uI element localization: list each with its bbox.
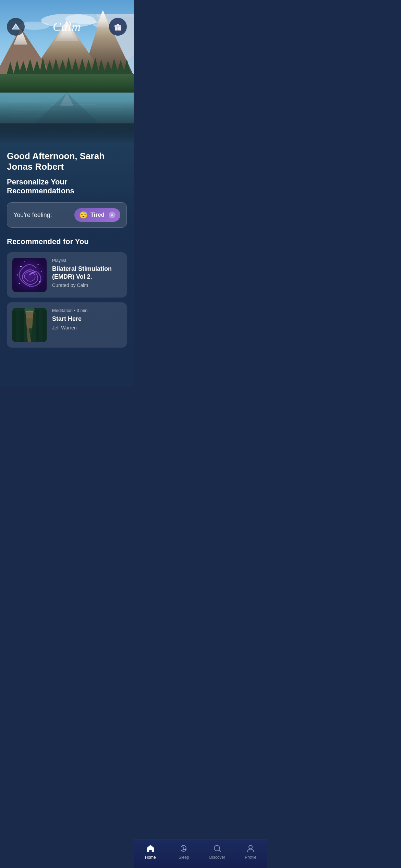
meditation-card[interactable]: Meditation • 3 min Start Here Jeff Warre… xyxy=(7,302,127,348)
greeting-text: Good Afternoon, Sarah Jonas Robert xyxy=(7,151,127,172)
feeling-close-button[interactable]: × xyxy=(109,212,116,218)
svg-point-56 xyxy=(33,263,33,263)
feeling-value: Tired xyxy=(90,212,105,218)
main-content: Good Afternoon, Sarah Jonas Robert Perso… xyxy=(0,144,134,387)
svg-point-54 xyxy=(39,281,40,282)
gift-button[interactable] xyxy=(109,18,127,36)
meditation-info: Meditation • 3 min Start Here Jeff Warre… xyxy=(52,308,121,330)
playlist-thumbnail xyxy=(12,258,47,292)
meditation-title: Start Here xyxy=(52,315,121,323)
playlist-card[interactable]: Playlist Bilateral Stimulation (EMDR) Vo… xyxy=(7,252,127,298)
svg-point-50 xyxy=(117,24,119,26)
meditation-type: Meditation • 3 min xyxy=(52,308,121,313)
app-header: Calm xyxy=(0,0,134,36)
svg-point-60 xyxy=(24,261,25,262)
hero-section: Calm xyxy=(0,0,134,144)
svg-point-53 xyxy=(38,264,39,265)
playlist-title: Bilateral Stimulation (EMDR) Vol 2. xyxy=(52,265,121,280)
svg-point-55 xyxy=(19,283,20,284)
svg-point-59 xyxy=(29,287,30,287)
feeling-label: You're feeling: xyxy=(13,212,52,219)
meditation-subtitle: Jeff Warren xyxy=(52,325,121,330)
meditation-thumbnail xyxy=(12,308,47,342)
playlist-subtitle: Curated by Calm xyxy=(52,282,121,288)
feeling-emoji: 😴 xyxy=(79,211,88,219)
feeling-pill: 😴 Tired × xyxy=(74,208,120,222)
svg-point-52 xyxy=(20,266,22,267)
feeling-selector[interactable]: You're feeling: 😴 Tired × xyxy=(7,202,127,228)
svg-rect-74 xyxy=(12,308,47,342)
playlist-type: Playlist xyxy=(52,258,121,263)
svg-point-57 xyxy=(41,271,42,272)
playlist-info: Playlist Bilateral Stimulation (EMDR) Vo… xyxy=(52,258,121,288)
personalize-title: Personalize Your Recommendations xyxy=(7,178,127,195)
recommended-title: Recommended for You xyxy=(7,237,127,246)
avatar-button[interactable] xyxy=(7,18,25,36)
svg-point-58 xyxy=(17,275,18,276)
app-logo: Calm xyxy=(53,20,81,34)
